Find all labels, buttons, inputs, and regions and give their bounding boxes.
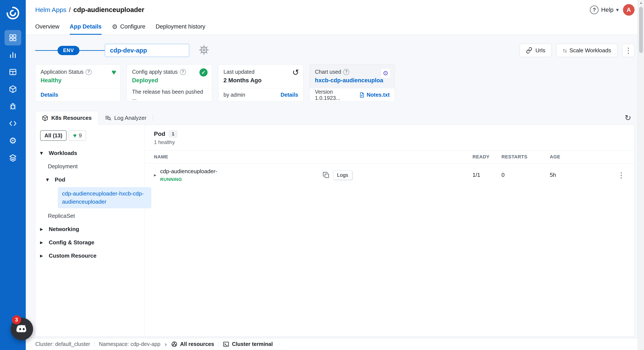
tab-deployment-history[interactable]: Deployment history	[156, 23, 205, 35]
tree-item-replicaset[interactable]: ReplicaSet	[38, 209, 141, 222]
devtron-logo-icon[interactable]	[5, 5, 20, 20]
layers-stack-icon	[9, 154, 17, 162]
row-actions: Logs	[323, 171, 352, 180]
sidebar-item-applications[interactable]	[4, 30, 21, 45]
help-menu[interactable]: ? Help ▾	[590, 5, 619, 14]
more-options-button[interactable]: ⋮	[622, 44, 634, 57]
cluster-terminal-link[interactable]: Cluster terminal	[223, 341, 273, 348]
caret-right-icon: ▸	[40, 253, 46, 259]
logs-button[interactable]: Logs	[333, 171, 352, 180]
detail-health-summary: 1 healthy	[154, 139, 625, 145]
config-apply-message: The release has been pushed ...	[132, 89, 207, 101]
resources-panel: K8s Resources Log Analyzer ↻	[35, 111, 634, 337]
last-updated-details-link[interactable]: Details	[280, 92, 298, 98]
chart-version: Version 1.0.1923...	[315, 89, 357, 101]
tree-config-storage-label: Config & Storage	[49, 239, 94, 246]
pod-name[interactable]: cdp-audienceuploader-	[160, 168, 217, 175]
column-name: NAME	[154, 154, 472, 160]
refresh-icon[interactable]: ↻	[625, 113, 631, 122]
column-age: AGE	[550, 154, 612, 160]
sidebar: ⚙	[0, 0, 26, 350]
environment-selector[interactable]: cdp-dev-app	[105, 44, 189, 57]
window-scrollbar[interactable]: ▲	[638, 0, 644, 350]
sidebar-item-resource-browser[interactable]	[4, 64, 21, 80]
cluster-terminal-label: Cluster terminal	[232, 341, 273, 347]
tree-group-workloads[interactable]: ▾ Workloads	[38, 146, 141, 160]
row-expand-caret-icon[interactable]: ▸	[154, 172, 156, 178]
env-badge: ENV	[58, 46, 80, 55]
tree-group-pod[interactable]: ▾ Pod	[38, 173, 141, 186]
sidebar-item-charts[interactable]	[4, 47, 21, 63]
config-apply-title: Config apply status	[132, 69, 178, 75]
urls-button[interactable]: Urls	[520, 44, 552, 57]
last-updated-value: 2 Months Ago	[224, 77, 298, 84]
caret-right-icon: ▸	[40, 226, 46, 232]
question-icon[interactable]: ?	[86, 69, 92, 75]
tab-k8s-resources[interactable]: K8s Resources	[35, 111, 98, 125]
resources-panel-tabs: K8s Resources Log Analyzer ↻	[35, 111, 634, 125]
application-status-details-link[interactable]: Details	[40, 92, 58, 98]
all-resources-link[interactable]: All resources	[171, 341, 214, 348]
tab-configure-label: Configure	[120, 23, 145, 30]
table-header: NAME READY RESTARTS AGE	[144, 151, 634, 163]
caret-down-icon: ▾	[46, 176, 52, 182]
filter-healthy-pill[interactable]: ♥ 9	[69, 130, 86, 141]
copy-icon[interactable]	[323, 172, 330, 178]
tab-log-analyzer[interactable]: Log Analyzer	[98, 111, 153, 125]
bar-chart-icon	[9, 51, 17, 59]
application-status-title: Application Status	[40, 69, 84, 75]
sidebar-item-global-config[interactable]: ⚙	[4, 133, 21, 148]
scale-workloads-button[interactable]: ↑↓ Scale Workloads	[556, 44, 618, 57]
helm-icon	[198, 44, 210, 56]
discord-icon	[16, 323, 28, 336]
tab-configure[interactable]: ⚙ Configure	[112, 23, 145, 35]
chat-notification-badge: 3	[12, 315, 21, 324]
healthy-count: 9	[79, 133, 82, 139]
breadcrumb-chevron-icon: ›	[165, 341, 167, 348]
caret-right-icon: ▸	[40, 239, 46, 245]
scrollbar-up-arrow-icon[interactable]: ▲	[638, 1, 644, 5]
tab-log-analyzer-label: Log Analyzer	[114, 115, 146, 121]
breadcrumb-helm-apps-link[interactable]: Helm Apps	[35, 6, 66, 13]
chart-used-title: Chart used	[315, 69, 341, 75]
filter-all-pill[interactable]: All (13)	[40, 130, 66, 141]
sidebar-item-code[interactable]	[4, 116, 21, 131]
chart-used-link[interactable]: hxcb-cdp-audienceuploa	[315, 77, 390, 84]
column-ready: READY	[472, 154, 502, 160]
sidebar-item-bug-report[interactable]	[4, 99, 21, 114]
scale-arrows-icon: ↑↓	[562, 47, 566, 54]
application-status-value: Healthy	[40, 77, 115, 84]
user-avatar[interactable]: A	[623, 4, 634, 16]
env-connector-line	[80, 50, 105, 51]
chart-gear-tile[interactable]: ⚙	[380, 68, 390, 78]
scrollbar-thumb[interactable]	[639, 7, 643, 53]
tree-item-deployment[interactable]: Deployment	[38, 160, 141, 173]
health-heart-icon: ♥	[112, 68, 116, 76]
help-label: Help	[601, 6, 614, 13]
kebab-icon: ⋮	[625, 46, 632, 55]
tree-group-custom-resource[interactable]: ▸ Custom Resource	[38, 249, 141, 262]
question-icon[interactable]: ?	[343, 69, 349, 75]
tab-app-details[interactable]: App Details	[70, 23, 102, 35]
tree-item-selected-pod[interactable]: cdp-audienceuploader-hxcb-cdp-audienceup…	[58, 187, 151, 208]
notes-txt-link[interactable]: Notes.txt	[367, 92, 390, 98]
environment-bar: ENV cdp-dev-app	[35, 42, 634, 59]
tree-replicaset-label: ReplicaSet	[48, 213, 75, 219]
table-row: ▸ cdp-audienceuploader- RUNNING	[144, 163, 634, 187]
application-status-card: Application Status ? Healthy ♥ Details	[35, 64, 121, 102]
tab-overview[interactable]: Overview	[35, 23, 60, 35]
tree-group-config-storage[interactable]: ▸ Config & Storage	[38, 236, 141, 249]
help-question-icon: ?	[590, 5, 598, 14]
tab-deployment-history-label: Deployment history	[156, 23, 205, 30]
tree-custom-resource-label: Custom Resource	[49, 252, 96, 259]
sidebar-item-stacks[interactable]	[4, 81, 21, 97]
tree-group-networking[interactable]: ▸ Networking	[38, 222, 141, 236]
bug-icon	[9, 102, 17, 110]
tab-overview-label: Overview	[35, 23, 60, 30]
cluster-label: Cluster: default_cluster	[35, 341, 90, 347]
last-updated-title: Last updated	[224, 69, 254, 75]
sidebar-item-stack-manager[interactable]	[4, 150, 21, 166]
question-icon[interactable]: ?	[180, 69, 186, 75]
row-kebab-menu[interactable]: ⋮	[618, 171, 625, 179]
discord-chat-button[interactable]: 3	[11, 318, 33, 340]
